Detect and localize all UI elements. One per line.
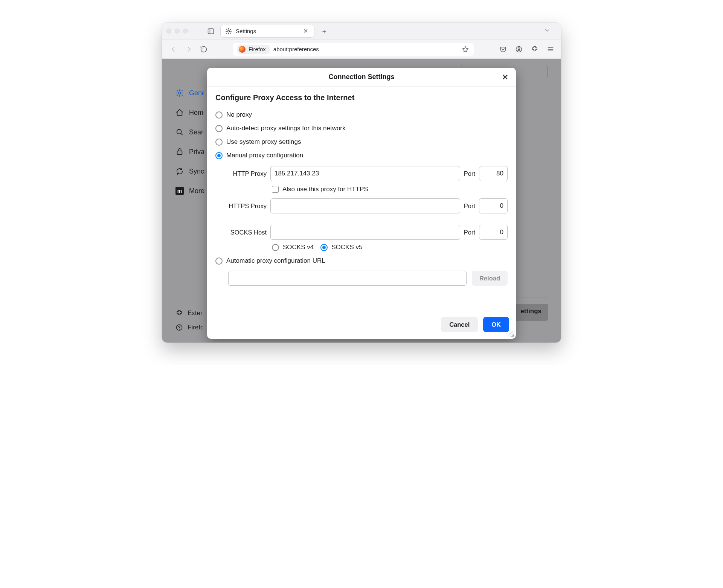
https-proxy-input[interactable] — [270, 198, 460, 213]
checkbox-label: Also use this proxy for HTTPS — [282, 186, 368, 193]
reload-pac-button[interactable]: Reload — [472, 271, 508, 286]
radio-label: SOCKS v4 — [283, 244, 314, 251]
zoom-window-icon[interactable] — [183, 29, 188, 34]
port-label: Port — [464, 170, 475, 177]
account-icon[interactable] — [515, 46, 523, 53]
http-port-input[interactable] — [479, 166, 508, 181]
list-all-tabs-icon[interactable] — [538, 27, 557, 35]
sidebar-toggle-icon[interactable] — [206, 26, 216, 36]
socks-port-input[interactable] — [479, 225, 508, 240]
radio-label: Manual proxy configuration — [226, 152, 303, 159]
connection-settings-dialog: Connection Settings ✕ Configure Proxy Ac… — [207, 68, 516, 339]
tab-settings[interactable]: Settings ✕ — [220, 25, 314, 38]
radio-icon — [320, 244, 328, 251]
modal-overlay: Connection Settings ✕ Configure Proxy Ac… — [162, 59, 561, 343]
forward-button[interactable] — [184, 44, 194, 54]
radio-icon — [215, 152, 223, 159]
titlebar: Settings ✕ ＋ — [162, 23, 561, 40]
radio-icon — [215, 111, 223, 119]
radio-auto-detect[interactable]: Auto-detect proxy settings for this netw… — [215, 122, 508, 135]
resize-grip-icon[interactable] — [508, 331, 514, 337]
pac-url-row: Reload — [228, 271, 508, 286]
dialog-body: Configure Proxy Access to the Internet N… — [207, 87, 516, 312]
radio-no-proxy[interactable]: No proxy — [215, 108, 508, 122]
ok-button[interactable]: OK — [483, 317, 509, 332]
radio-manual-proxy[interactable]: Manual proxy configuration — [215, 149, 508, 162]
new-tab-button[interactable]: ＋ — [319, 26, 329, 37]
firefox-logo-icon — [239, 46, 246, 53]
url-text: about:preferences — [273, 46, 319, 52]
pac-url-input[interactable] — [228, 271, 467, 286]
toolbar-right — [499, 46, 554, 53]
http-proxy-input[interactable] — [270, 166, 460, 181]
identity-box[interactable]: Firefox — [237, 45, 270, 54]
http-proxy-label: HTTP Proxy — [228, 170, 267, 177]
socks-host-label: SOCKS Host — [228, 229, 267, 236]
radio-label: SOCKS v5 — [331, 244, 362, 251]
minimize-window-icon[interactable] — [175, 29, 180, 34]
socks-host-row: SOCKS Host Port — [228, 225, 508, 240]
radio-system-proxy[interactable]: Use system proxy settings — [215, 135, 508, 149]
identity-label: Firefox — [249, 46, 266, 52]
bookmark-star-icon[interactable] — [462, 46, 469, 53]
browser-window: Settings ✕ ＋ Firefox about:preferences — [162, 23, 561, 343]
reload-button[interactable] — [199, 44, 209, 54]
also-https-checkbox[interactable]: Also use this proxy for HTTPS — [272, 186, 508, 193]
radio-icon — [215, 125, 223, 132]
socks-host-input[interactable] — [270, 225, 460, 240]
app-menu-icon[interactable] — [547, 46, 554, 53]
window-controls — [166, 29, 188, 34]
svg-point-5 — [518, 47, 520, 49]
dialog-close-button[interactable]: ✕ — [499, 72, 511, 83]
back-button[interactable] — [169, 44, 178, 54]
tab-title: Settings — [236, 28, 256, 34]
radio-socks-v5[interactable]: SOCKS v5 — [320, 244, 362, 251]
radio-icon — [215, 139, 223, 146]
extensions-icon[interactable] — [531, 46, 538, 53]
radio-socks-v4[interactable]: SOCKS v4 — [272, 244, 314, 251]
url-bar[interactable]: Firefox about:preferences — [233, 43, 474, 56]
dialog-header: Connection Settings ✕ — [207, 68, 516, 87]
port-label: Port — [464, 203, 475, 210]
cancel-button[interactable]: Cancel — [441, 317, 478, 332]
checkbox-icon — [272, 186, 279, 193]
svg-point-2 — [228, 30, 230, 32]
navigation-toolbar: Firefox about:preferences — [162, 40, 561, 59]
http-proxy-row: HTTP Proxy Port — [228, 166, 508, 181]
close-window-icon[interactable] — [166, 29, 171, 34]
https-port-input[interactable] — [479, 198, 508, 213]
section-title: Configure Proxy Access to the Internet — [215, 93, 508, 102]
radio-pac-url[interactable]: Automatic proxy configuration URL — [215, 254, 508, 268]
tab-close-icon[interactable]: ✕ — [302, 27, 310, 35]
radio-label: No proxy — [226, 111, 252, 119]
port-label: Port — [464, 229, 475, 236]
radio-icon — [215, 257, 223, 265]
dialog-title: Connection Settings — [329, 73, 395, 81]
socks-version-row: SOCKS v4 SOCKS v5 — [272, 244, 508, 251]
svg-rect-0 — [208, 29, 214, 34]
radio-label: Automatic proxy configuration URL — [226, 257, 325, 265]
radio-label: Auto-detect proxy settings for this netw… — [226, 125, 346, 132]
https-proxy-label: HTTPS Proxy — [228, 203, 267, 210]
radio-icon — [272, 244, 279, 251]
radio-label: Use system proxy settings — [226, 138, 301, 146]
pocket-icon[interactable] — [499, 46, 507, 53]
svg-marker-3 — [463, 46, 468, 52]
dialog-footer: Cancel OK — [207, 312, 516, 339]
https-proxy-row: HTTPS Proxy Port — [228, 198, 508, 213]
gear-icon — [225, 28, 232, 35]
